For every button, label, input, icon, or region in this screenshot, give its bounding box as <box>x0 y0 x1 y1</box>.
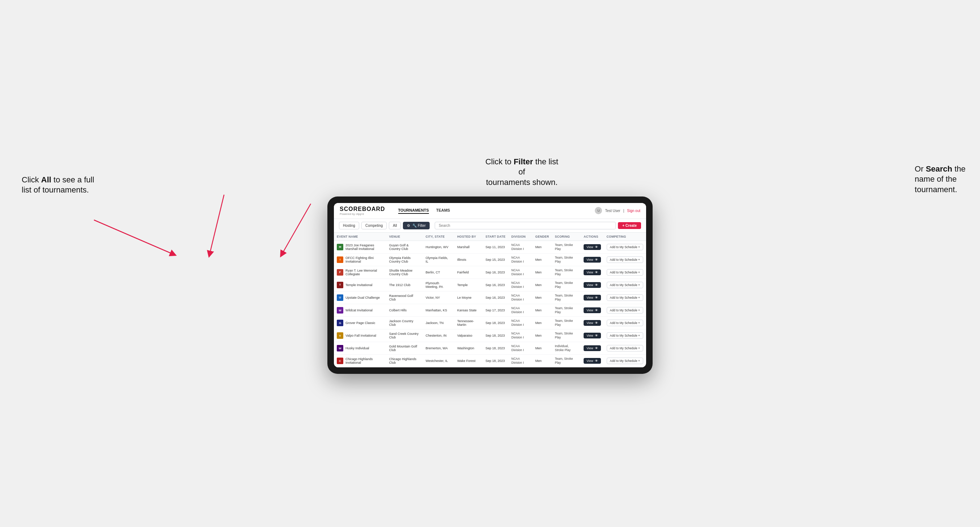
hosting-button[interactable]: Hosting <box>339 222 359 229</box>
add-schedule-button-8[interactable]: Add to My Schedule + <box>607 345 643 351</box>
hosted-by-4: Le Moyne <box>454 291 482 304</box>
event-name-0: 2023 Joe Feaganes Marshall Invitational <box>345 243 383 251</box>
user-avatar: U <box>595 207 602 214</box>
col-division: DIVISION <box>508 233 532 241</box>
competing-cell-2: Add to My Schedule + <box>604 266 646 278</box>
add-schedule-button-5[interactable]: Add to My Schedule + <box>607 307 643 314</box>
search-input[interactable] <box>435 222 616 229</box>
table-row: W Husky Individual Gold Mountain Golf Cl… <box>334 342 646 355</box>
all-button[interactable]: All <box>389 222 401 229</box>
actions-cell-2: View 👁 <box>581 266 603 278</box>
view-button-1[interactable]: View 👁 <box>584 257 601 263</box>
city-state-5: Manhattan, KS <box>423 304 454 317</box>
gender-0: Men <box>532 241 552 253</box>
view-button-9[interactable]: View 👁 <box>584 358 601 364</box>
division-5: NCAA Division I <box>508 304 532 317</box>
add-schedule-button-1[interactable]: Add to My Schedule + <box>607 256 643 263</box>
event-name-2: Ryan T. Lee Memorial Collegiate <box>345 269 383 276</box>
scoring-4: Team, Stroke Play <box>552 291 581 304</box>
actions-cell-6: View 👁 <box>581 317 603 329</box>
table-row: F Ryan T. Lee Memorial Collegiate Shuttl… <box>334 266 646 278</box>
view-button-6[interactable]: View 👁 <box>584 320 601 326</box>
eye-icon-3: 👁 <box>595 283 598 287</box>
add-schedule-button-3[interactable]: Add to My Schedule + <box>607 282 643 288</box>
tournaments-table: EVENT NAME VENUE CITY, STATE HOSTED BY S… <box>334 233 646 368</box>
create-button[interactable]: + Create <box>618 222 641 229</box>
team-logo-2: F <box>337 269 343 276</box>
team-logo-9: C <box>337 357 343 364</box>
hosted-by-7: Valparaiso <box>454 329 482 342</box>
division-4: NCAA Division I <box>508 291 532 304</box>
actions-cell-4: View 👁 <box>581 291 603 304</box>
view-button-0[interactable]: View 👁 <box>584 244 601 250</box>
hosted-by-6: Tennessee-Martin <box>454 317 482 329</box>
event-name-6: Grover Page Classic <box>345 321 375 325</box>
gender-7: Men <box>532 329 552 342</box>
table-row: M 2023 Joe Feaganes Marshall Invitationa… <box>334 241 646 253</box>
col-start-date: START DATE <box>482 233 508 241</box>
actions-cell-0: View 👁 <box>581 241 603 253</box>
add-schedule-button-7[interactable]: Add to My Schedule + <box>607 332 643 339</box>
city-state-3: Plymouth Meeting, PA <box>423 278 454 291</box>
division-7: NCAA Division I <box>508 329 532 342</box>
tablet-frame: SCOREBOARD Powered by clipp'd TOURNAMENT… <box>328 197 652 374</box>
competing-button[interactable]: Competing <box>361 222 387 229</box>
team-logo-1: I <box>337 256 343 263</box>
division-3: NCAA Division I <box>508 278 532 291</box>
division-8: NCAA Division I <box>508 342 532 355</box>
table-container: EVENT NAME VENUE CITY, STATE HOSTED BY S… <box>334 233 646 368</box>
view-button-3[interactable]: View 👁 <box>584 282 601 288</box>
filter-bar: Hosting Competing All ⚙ 🔧 Filter + Creat… <box>334 219 646 233</box>
col-city-state: CITY, STATE <box>423 233 454 241</box>
view-button-7[interactable]: View 👁 <box>584 333 601 338</box>
svg-line-2 <box>282 204 311 254</box>
view-label-1: View <box>587 258 593 262</box>
event-name-7: Valpo Fall Invitational <box>345 334 376 337</box>
start-date-2: Sep 16, 2023 <box>482 266 508 278</box>
add-schedule-button-6[interactable]: Add to My Schedule + <box>607 320 643 326</box>
filter-icon: ⚙ <box>407 224 410 227</box>
venue-4: Ravenwood Golf Club <box>386 291 423 304</box>
view-button-2[interactable]: View 👁 <box>584 270 601 275</box>
actions-cell-9: View 👁 <box>581 355 603 367</box>
filter-button[interactable]: ⚙ 🔧 Filter <box>403 222 430 229</box>
start-date-9: Sep 18, 2023 <box>482 355 508 367</box>
event-name-cell-9: C Chicago Highlands Invitational <box>334 355 386 367</box>
signout-link[interactable]: Sign out <box>627 209 640 213</box>
col-competing: COMPETING <box>604 233 646 241</box>
svg-line-0 <box>210 195 224 254</box>
add-schedule-button-9[interactable]: Add to My Schedule + <box>607 357 643 364</box>
view-label-9: View <box>587 359 593 363</box>
scoring-3: Team, Stroke Play <box>552 278 581 291</box>
actions-cell-7: View 👁 <box>581 329 603 342</box>
city-state-4: Victor, NY <box>423 291 454 304</box>
gender-4: Men <box>532 291 552 304</box>
event-name-1: OFCC Fighting Illini Invitational <box>345 256 383 264</box>
view-button-4[interactable]: View 👁 <box>584 295 601 300</box>
city-state-2: Berlin, CT <box>423 266 454 278</box>
header-right: U Test User | Sign out <box>595 207 640 214</box>
view-label-2: View <box>587 271 593 274</box>
view-label-5: View <box>587 308 593 312</box>
nav-tab-teams[interactable]: TEAMS <box>436 207 450 214</box>
nav-tab-tournaments[interactable]: TOURNAMENTS <box>398 207 429 214</box>
hosted-by-8: Washington <box>454 342 482 355</box>
view-button-8[interactable]: View 👁 <box>584 345 601 351</box>
venue-7: Sand Creek Country Club <box>386 329 423 342</box>
view-label-6: View <box>587 321 593 325</box>
venue-3: The 1912 Club <box>386 278 423 291</box>
team-logo-6: G <box>337 320 343 326</box>
view-button-5[interactable]: View 👁 <box>584 307 601 313</box>
add-schedule-button-4[interactable]: Add to My Schedule + <box>607 294 643 301</box>
city-state-1: Olympia Fields, IL <box>423 253 454 266</box>
add-schedule-button-2[interactable]: Add to My Schedule + <box>607 269 643 276</box>
gender-8: Men <box>532 342 552 355</box>
city-state-8: Bremerton, WA <box>423 342 454 355</box>
city-state-6: Jackson, TN <box>423 317 454 329</box>
add-schedule-button-0[interactable]: Add to My Schedule + <box>607 244 643 250</box>
view-label-4: View <box>587 296 593 300</box>
venue-9: Chicago Highlands Club <box>386 355 423 367</box>
competing-cell-8: Add to My Schedule + <box>604 342 646 355</box>
team-logo-7: V <box>337 332 343 339</box>
scoring-9: Team, Stroke Play <box>552 355 581 367</box>
